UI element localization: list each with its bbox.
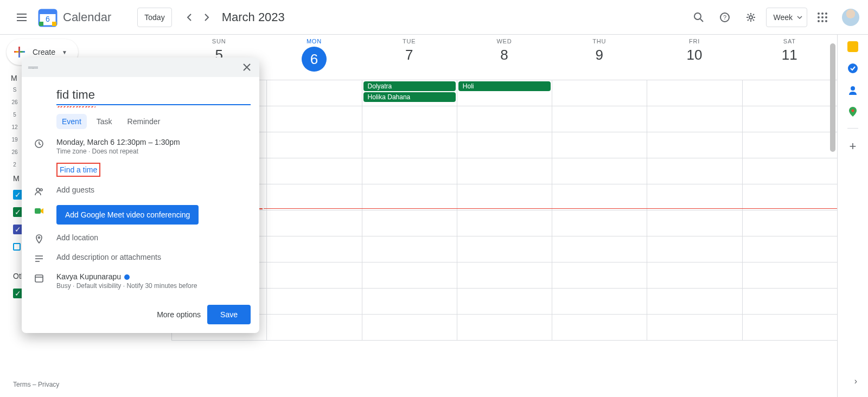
privacy-link[interactable]: Privacy — [38, 381, 59, 388]
datetime-row[interactable]: Monday, March 6 12:30pm – 1:30pm Time zo… — [30, 138, 251, 155]
find-a-time-link[interactable]: Find a time — [60, 165, 97, 174]
allday-event[interactable]: Dolyatra — [363, 81, 456, 91]
today-button[interactable]: Today — [137, 8, 171, 27]
hour-row[interactable] — [171, 158, 837, 184]
search-icon — [693, 12, 704, 23]
svg-point-15 — [40, 189, 42, 191]
svg-point-14 — [36, 188, 40, 191]
hour-row[interactable] — [171, 132, 837, 158]
help-icon: ? — [719, 12, 730, 23]
account-avatar[interactable] — [842, 9, 859, 26]
help-button[interactable]: ? — [714, 7, 736, 28]
svg-point-17 — [39, 237, 40, 239]
owner-name: Kavya Kupunarapu — [56, 272, 121, 281]
svg-text:6: 6 — [46, 15, 50, 23]
event-title-input[interactable] — [56, 86, 251, 105]
hour-row[interactable] — [171, 315, 837, 341]
view-selector[interactable]: Week — [766, 8, 807, 27]
day-header-tue[interactable]: TUE7 — [362, 35, 457, 80]
day-header-mon[interactable]: MON6 — [266, 35, 361, 80]
allday-cell[interactable] — [552, 80, 647, 106]
event-type-tabs: Event Task Reminder — [56, 114, 251, 129]
tab-reminder[interactable]: Reminder — [122, 114, 166, 129]
owner-subtext: Busy · Default visibility · Notify 30 mi… — [56, 282, 251, 290]
prev-button[interactable] — [181, 9, 198, 26]
search-button[interactable] — [688, 7, 710, 28]
tab-task[interactable]: Task — [91, 114, 118, 129]
allday-cell[interactable]: Holi — [457, 80, 552, 106]
people-icon — [34, 185, 44, 196]
add-guests-label: Add guests — [56, 185, 251, 194]
tz-repeat-text: Time zone · Does not repeat — [56, 148, 251, 155]
day-header-fri[interactable]: FRI10 — [647, 35, 742, 80]
find-a-time-highlight: Find a time — [56, 163, 100, 177]
keep-icon[interactable] — [847, 41, 858, 52]
more-options-button[interactable]: More options — [157, 310, 201, 319]
dropdown-arrow-icon: ▼ — [62, 49, 67, 55]
hour-row[interactable] — [171, 210, 837, 236]
next-button[interactable] — [198, 9, 215, 26]
popup-header[interactable]: ══ — [22, 57, 259, 77]
tasks-icon[interactable] — [847, 63, 858, 74]
day-header-wed[interactable]: WED8 — [457, 35, 552, 80]
contacts-icon[interactable] — [847, 85, 858, 95]
allday-event[interactable]: Holika Dahana — [363, 92, 456, 102]
add-location-label: Add location — [56, 233, 251, 242]
location-icon — [34, 233, 44, 244]
chevron-right-icon — [204, 14, 209, 21]
location-row[interactable]: Add location — [30, 233, 251, 244]
hour-row[interactable] — [171, 289, 837, 315]
google-apps-button[interactable] — [812, 7, 833, 28]
svg-rect-21 — [35, 275, 43, 282]
add-description-label: Add description or attachments — [56, 253, 251, 261]
terms-link[interactable]: Terms — [13, 381, 31, 388]
header-right: ? Week — [688, 7, 859, 28]
create-label: Create — [33, 48, 55, 56]
allday-event[interactable]: Holi — [458, 81, 551, 91]
popup-body: Event Task Reminder Monday, March 6 12:3… — [22, 77, 259, 298]
app-title: Calendar — [63, 10, 111, 24]
footer-links: Terms – Privacy — [13, 381, 59, 388]
view-label: Week — [773, 13, 793, 22]
clock-icon — [34, 138, 44, 149]
collapse-side-panel[interactable]: › — [854, 376, 857, 386]
close-icon — [243, 63, 251, 71]
allday-cell[interactable]: Dolyatra Holika Dahana — [362, 80, 457, 106]
day-header-sat[interactable]: SAT11 — [742, 35, 837, 80]
side-panel: + — [838, 35, 868, 397]
calendar-owner-row[interactable]: Kavya Kupunarapu Busy · Default visibili… — [30, 272, 251, 290]
svg-rect-3 — [39, 22, 43, 26]
allday-cell[interactable] — [647, 80, 742, 106]
hour-row[interactable] — [171, 184, 837, 210]
svg-rect-2 — [52, 22, 56, 26]
month-year-label[interactable]: March 2023 — [222, 10, 285, 24]
allday-cell[interactable] — [266, 80, 361, 106]
allday-cell[interactable] — [742, 80, 837, 106]
main-menu-button[interactable] — [9, 4, 35, 30]
svg-rect-1 — [39, 10, 56, 14]
tab-event[interactable]: Event — [56, 114, 87, 129]
svg-point-5 — [694, 13, 701, 20]
description-row[interactable]: Add description or attachments — [30, 253, 251, 264]
svg-line-6 — [700, 19, 703, 22]
add-addon-button[interactable]: + — [850, 139, 857, 153]
svg-text:?: ? — [723, 14, 726, 21]
hour-row[interactable] — [171, 236, 837, 262]
separator — [847, 128, 858, 129]
svg-rect-16 — [35, 208, 41, 214]
hour-row[interactable] — [171, 262, 837, 289]
save-button[interactable]: Save — [207, 305, 251, 324]
svg-point-10 — [848, 63, 858, 73]
add-meet-button[interactable]: Add Google Meet video conferencing — [56, 205, 199, 225]
settings-button[interactable] — [740, 7, 762, 28]
guests-row[interactable]: Add guests — [30, 185, 251, 196]
hour-row[interactable] — [171, 106, 837, 132]
day-header-thu[interactable]: THU9 — [552, 35, 647, 80]
app-header: 6 Calendar Today March 2023 ? Week — [0, 0, 868, 35]
scrollbar[interactable] — [830, 43, 837, 325]
maps-icon[interactable] — [847, 106, 858, 117]
svg-point-9 — [749, 16, 752, 19]
svg-point-12 — [852, 110, 854, 112]
event-editor-popup: ══ Event Task Reminder Monday, March 6 1… — [22, 57, 259, 333]
close-button[interactable] — [241, 61, 253, 73]
